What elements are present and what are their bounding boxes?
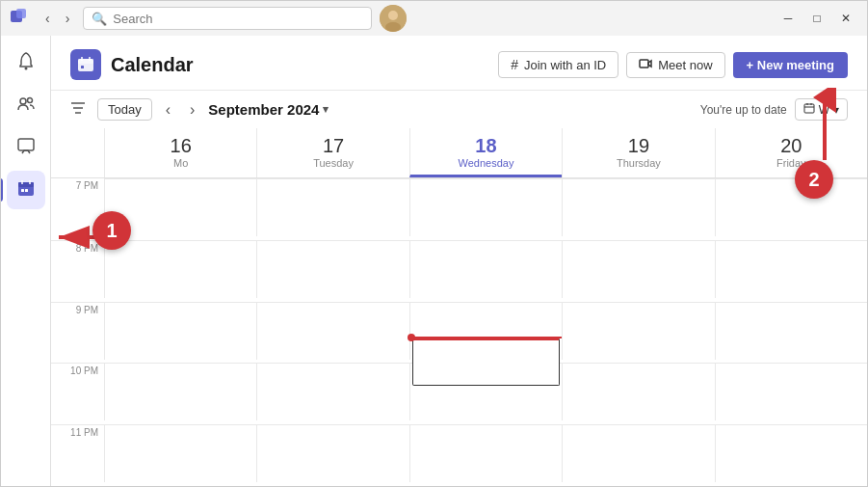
annotation-badge-2: 2 (795, 160, 833, 199)
up-to-date-label: You're up to date (700, 103, 787, 117)
cell-16-10pm[interactable] (104, 363, 256, 420)
sidebar-item-teams[interactable] (7, 86, 45, 124)
cell-18-8pm[interactable] (409, 240, 562, 298)
month-dropdown-icon[interactable]: ▾ (323, 103, 329, 116)
cell-19-7pm[interactable] (562, 178, 714, 236)
svg-point-3 (388, 11, 398, 20)
svg-point-6 (20, 98, 26, 104)
nav-buttons: ‹ › (39, 9, 75, 28)
hash-icon: # (511, 57, 518, 72)
svg-point-5 (24, 67, 27, 69)
day-header-16: 16 Mo (104, 128, 256, 177)
sidebar-item-chat[interactable] (7, 128, 45, 167)
cell-18-11pm[interactable] (409, 424, 562, 482)
next-week-button[interactable]: › (184, 99, 200, 121)
cell-20-7pm[interactable] (715, 178, 867, 236)
close-button[interactable]: ✕ (832, 7, 859, 30)
cell-17-7pm[interactable] (256, 178, 408, 236)
sidebar (1, 36, 51, 486)
cell-18-7pm[interactable] (409, 178, 562, 236)
chat-icon (16, 136, 36, 160)
svg-point-7 (27, 97, 32, 102)
cell-17-11pm[interactable] (256, 424, 408, 482)
cell-18-9pm[interactable] (409, 302, 562, 360)
svg-rect-19 (81, 66, 84, 68)
day-header-17: 17 Tuesday (256, 128, 408, 177)
calendar-nav: Today ‹ › September 2024 ▾ You're up to … (51, 91, 867, 128)
titlebar: ‹ › 🔍 ─ □ ✕ (1, 1, 867, 36)
svg-rect-13 (21, 189, 24, 192)
time-11pm: 11 PM (51, 424, 104, 482)
join-with-id-button[interactable]: # Join with an ID (498, 51, 618, 78)
minimize-button[interactable]: ─ (775, 7, 802, 30)
svg-rect-1 (16, 9, 26, 18)
filter-icon (70, 101, 86, 118)
svg-rect-8 (18, 139, 34, 150)
time-9pm: 9 PM (51, 302, 104, 360)
svg-rect-20 (640, 60, 648, 68)
day-header-18: 18 Wednesday (409, 128, 562, 177)
annotation-badge-1: 1 (92, 211, 131, 250)
time-col-header (51, 128, 104, 177)
nav-forward-button[interactable]: › (60, 9, 76, 28)
calendar-title-area: Calendar (70, 49, 194, 80)
cell-20-11pm[interactable] (715, 424, 867, 482)
cell-17-9pm[interactable] (256, 302, 408, 360)
view-button[interactable]: W ▾ (795, 98, 848, 121)
search-icon: 🔍 (92, 12, 107, 26)
calendar-grid: 16 Mo 17 Tuesday 18 Wednesday 19 Thursda… (51, 128, 867, 486)
maximize-button[interactable]: □ (803, 7, 830, 30)
page-title: Calendar (111, 54, 194, 76)
cell-19-8pm[interactable] (562, 240, 714, 298)
teams-icon (16, 94, 36, 118)
avatar[interactable] (380, 5, 407, 32)
today-button[interactable]: Today (97, 98, 152, 121)
event-block[interactable] (412, 338, 560, 386)
cell-20-8pm[interactable] (715, 240, 867, 298)
cell-17-10pm[interactable] (256, 363, 408, 420)
day-header-19: 19 Thursday (562, 128, 714, 177)
sidebar-item-notifications[interactable] (7, 43, 45, 82)
svg-rect-10 (18, 182, 34, 187)
search-bar[interactable]: 🔍 (83, 7, 372, 30)
main-content: Calendar # Join with an ID (51, 36, 867, 486)
time-8pm: 8 PM (51, 240, 104, 298)
month-label: September 2024 ▾ (208, 101, 329, 118)
meet-now-button[interactable]: Meet now (626, 52, 724, 78)
time-10pm: 10 PM (51, 363, 104, 420)
nav-left: Today ‹ › September 2024 ▾ (70, 98, 329, 121)
svg-rect-14 (25, 189, 28, 192)
calendar-actions: # Join with an ID Meet now + N (498, 51, 848, 78)
cell-20-10pm[interactable] (715, 363, 867, 420)
video-icon (639, 58, 652, 72)
nav-back-button[interactable]: ‹ (39, 9, 56, 28)
cell-20-9pm[interactable] (715, 302, 867, 360)
cell-16-9pm[interactable] (104, 302, 256, 360)
teams-logo-icon (9, 7, 28, 31)
calendar-icon (16, 178, 36, 203)
svg-rect-16 (78, 59, 93, 64)
sidebar-item-calendar[interactable] (7, 171, 45, 209)
day-header-20: 20 Friday (715, 128, 867, 177)
prev-week-button[interactable]: ‹ (160, 99, 176, 121)
calendar-header: Calendar # Join with an ID (51, 36, 867, 91)
view-dropdown-icon: ▾ (833, 103, 839, 117)
calendar-app-icon (70, 49, 101, 80)
notifications-icon (16, 51, 36, 75)
svg-rect-24 (804, 104, 814, 113)
window-controls: ─ □ ✕ (775, 7, 859, 30)
cell-19-10pm[interactable] (562, 363, 714, 420)
days-header: 16 Mo 17 Tuesday 18 Wednesday 19 Thursda… (51, 128, 867, 178)
svg-point-4 (385, 22, 401, 32)
calendar-small-icon (803, 102, 815, 117)
new-meeting-button[interactable]: + New meeting (733, 52, 848, 78)
search-input[interactable] (113, 12, 363, 26)
cell-19-11pm[interactable] (562, 424, 714, 482)
cell-19-9pm[interactable] (562, 302, 714, 360)
nav-right: You're up to date W ▾ (700, 98, 848, 121)
cell-17-8pm[interactable] (256, 240, 408, 298)
calendar-body: 7 PM 8 PM 9 PM (51, 178, 867, 486)
cell-16-11pm[interactable] (104, 424, 256, 482)
cell-16-8pm[interactable] (104, 240, 256, 298)
